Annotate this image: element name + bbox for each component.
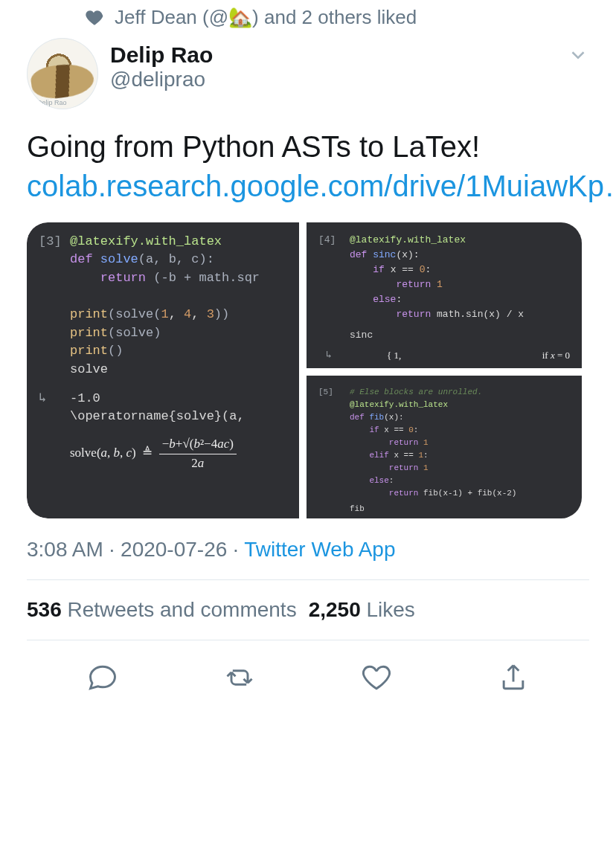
tweet-container: Jeff Dean (@🏡) and 2 others liked Delip … [0, 0, 616, 707]
media-image-1[interactable]: [3]@latexify.with_latex def solve(a, b, … [27, 222, 299, 518]
source-app[interactable]: Twitter Web App [244, 538, 395, 561]
retweet-icon [223, 661, 256, 694]
display-name: Delip Rao [110, 42, 213, 68]
heart-filled-icon [85, 8, 104, 28]
cell-number: [5] [318, 386, 350, 399]
avatar[interactable]: Delip Rao [27, 38, 98, 109]
author-names[interactable]: Delip Rao @deliprao [110, 38, 213, 91]
timestamp[interactable]: 3:08 AM [27, 538, 103, 561]
share-button[interactable] [482, 657, 545, 701]
social-context[interactable]: Jeff Dean (@🏡) and 2 others liked [27, 0, 589, 38]
cell-number: [3] [39, 233, 70, 251]
heart-icon [360, 661, 393, 694]
reply-button[interactable] [71, 657, 134, 701]
date[interactable]: 2020-07-26 [121, 538, 227, 561]
output-arrow-icon: ↳ [39, 390, 70, 408]
tweet-body: Going from Python ASTs to LaTex! colab.r… [27, 123, 589, 218]
retweets-stat[interactable]: 536 Retweets and comments [27, 598, 297, 622]
share-icon [497, 661, 530, 694]
likes-stat[interactable]: 2,250 Likes [309, 598, 415, 622]
output-arrow-icon: ↳ [326, 348, 357, 363]
tweet-header: Delip Rao Delip Rao @deliprao [27, 38, 589, 123]
media-image-3[interactable]: [5]# Else blocks are unrolled. @latexify… [307, 376, 582, 518]
tweet-text: Going from Python ASTs to LaTex! [27, 130, 480, 163]
output-arrow-icon: ↳ [323, 517, 354, 518]
cell-number: [4] [318, 233, 350, 248]
media-image-2[interactable]: [4]@latexify.with_latex def sinc(x): if … [307, 222, 582, 368]
handle: @deliprao [110, 68, 213, 91]
action-bar [27, 640, 589, 707]
liked-by-text: Jeff Dean (@🏡) and 2 others liked [115, 6, 417, 29]
like-button[interactable] [345, 657, 408, 701]
chevron-down-icon[interactable] [567, 44, 589, 69]
retweet-button[interactable] [208, 657, 271, 701]
media-attachments[interactable]: [3]@latexify.with_latex def solve(a, b, … [27, 222, 589, 518]
tweet-link[interactable]: colab.research.google.com/drive/1MuiawKp… [27, 170, 616, 202]
reply-icon [86, 661, 119, 694]
engagement-stats: 536 Retweets and comments 2,250 Likes [27, 580, 589, 640]
tweet-meta: 3:08 AM · 2020-07-26 · Twitter Web App [27, 535, 589, 579]
